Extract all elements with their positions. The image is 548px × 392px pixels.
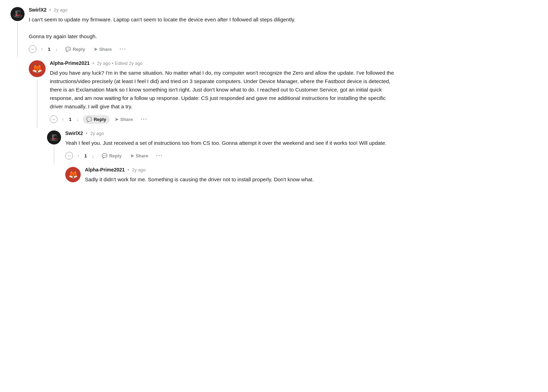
- comment-content-c1: SwirlX2 • 2y ago I can't seem to update …: [29, 7, 396, 58]
- nested-replies-c2: 🎩 SwirlX2 • 2y ago Yeah I feel you. Just…: [47, 130, 396, 191]
- comment-c2: 🦊 Alpha-Prime2021 • 2y ago • Edited 2y a…: [29, 60, 396, 128]
- timestamp-c4: 2y ago: [132, 167, 146, 173]
- comment-header-c4: Alpha-Prime2021 • 2y ago: [85, 167, 396, 173]
- avatar-alpha-c4: 🦊: [65, 167, 81, 182]
- comment-actions-c1: − ↑ 1 ↓ 💬 Reply ➤ Share ···: [29, 44, 396, 54]
- thread-line-c3: [54, 147, 54, 164]
- reply-label-c2: Reply: [94, 117, 106, 122]
- nested-replies-c3: 🦊 Alpha-Prime2021 • 2y ago Sadly it didn…: [65, 167, 396, 191]
- body-para-1-c3: Yeah I feel you. Just received a set of …: [65, 139, 396, 147]
- dots-icon-c2: ···: [141, 116, 147, 122]
- dots-icon-c3: ···: [156, 153, 163, 159]
- collapse-button-c2[interactable]: −: [50, 115, 58, 123]
- avatar-alpha-prime: 🦊: [29, 60, 46, 77]
- share-icon-c2: ➤: [115, 117, 119, 122]
- share-button-c2[interactable]: ➤ Share: [111, 115, 136, 124]
- share-label-c1: Share: [99, 47, 112, 52]
- more-button-c2[interactable]: ···: [138, 114, 150, 124]
- username-c1: SwirlX2: [29, 7, 47, 13]
- reply-label-c1: Reply: [73, 47, 85, 52]
- reply-label-c3: Reply: [109, 153, 121, 158]
- thread-line-c2: [37, 79, 38, 128]
- downvote-button-c3[interactable]: ↓: [89, 151, 97, 160]
- comment-c4: 🦊 Alpha-Prime2021 • 2y ago Sadly it didn…: [65, 167, 396, 191]
- username-c2: Alpha-Prime2021: [50, 60, 90, 66]
- username-c4: Alpha-Prime2021: [85, 167, 125, 173]
- comment-left-c2: 🦊: [29, 60, 46, 128]
- body-para-1-c1: I can't seem to update my firmware. Lapt…: [29, 15, 396, 24]
- share-icon-c3: ➤: [130, 153, 134, 158]
- more-button-c1[interactable]: ···: [117, 44, 129, 54]
- timestamp-c2: 2y ago • Edited 2y ago: [97, 61, 142, 66]
- collapse-icon-c1: −: [31, 46, 34, 52]
- upvote-button-c1[interactable]: ↑: [38, 45, 46, 54]
- collapse-button-c3[interactable]: −: [65, 152, 73, 160]
- avatar-swirlx2: 🎩: [11, 7, 25, 21]
- vote-count-c1: 1: [47, 47, 51, 52]
- share-button-c3[interactable]: ➤ Share: [127, 151, 152, 160]
- collapse-icon-c2: −: [52, 116, 55, 122]
- comment-header-c3: SwirlX2 • 2y ago: [65, 130, 396, 136]
- more-button-c3[interactable]: ···: [153, 151, 166, 161]
- thread-line-c1: [17, 23, 18, 58]
- share-label-c3: Share: [136, 153, 148, 158]
- share-label-c2: Share: [120, 117, 133, 122]
- comment-body-c1: I can't seem to update my firmware. Lapt…: [29, 15, 396, 41]
- sep-c4: •: [128, 167, 129, 173]
- comment-content-c4: Alpha-Prime2021 • 2y ago Sadly it didn't…: [85, 167, 396, 191]
- downvote-icon-c3: ↓: [92, 153, 94, 158]
- reply-icon-c2: 💬: [86, 117, 92, 122]
- comment-header-c1: SwirlX2 • 2y ago: [29, 7, 396, 13]
- dots-icon-c1: ···: [120, 46, 126, 52]
- reply-button-c1[interactable]: 💬 Reply: [62, 45, 88, 54]
- comment-content-c3: SwirlX2 • 2y ago Yeah I feel you. Just r…: [65, 130, 396, 164]
- timestamp-c3: 2y ago: [90, 131, 104, 136]
- sep-c3: •: [86, 131, 88, 136]
- avatar-swirlx2-c3: 🎩: [47, 130, 61, 144]
- comment-c1: 🎩 SwirlX2 • 2y ago I can't seem to updat…: [11, 7, 396, 58]
- reply-icon-c3: 💬: [102, 153, 107, 158]
- downvote-button-c1[interactable]: ↓: [53, 45, 61, 54]
- comment-left-c1: 🎩: [11, 7, 25, 58]
- vote-count-c3: 1: [84, 153, 88, 158]
- comment-header-c2: Alpha-Prime2021 • 2y ago • Edited 2y ago: [50, 60, 396, 66]
- downvote-button-c2[interactable]: ↓: [74, 115, 82, 124]
- reply-button-c3[interactable]: 💬 Reply: [98, 151, 125, 160]
- body-para-1-c2: Did you have any luck? I'm in the same s…: [50, 69, 396, 111]
- vote-count-c2: 1: [68, 117, 72, 122]
- meta-c1: •: [49, 7, 51, 13]
- share-button-c1[interactable]: ➤ Share: [90, 45, 115, 54]
- comment-content-c2: Alpha-Prime2021 • 2y ago • Edited 2y ago…: [50, 60, 396, 128]
- comment-actions-c3: − ↑ 1 ↓ 💬 Reply: [65, 151, 396, 161]
- downvote-icon-c1: ↓: [55, 47, 58, 52]
- upvote-icon-c2: ↑: [62, 117, 64, 122]
- comment-body-c3: Yeah I feel you. Just received a set of …: [65, 139, 396, 147]
- upvote-button-c3[interactable]: ↑: [74, 151, 82, 160]
- body-para-2-c1: Gonna try again later though.: [29, 32, 396, 41]
- collapse-icon-c3: −: [68, 153, 71, 158]
- username-c3: SwirlX2: [65, 130, 83, 136]
- upvote-button-c2[interactable]: ↑: [59, 115, 67, 124]
- comment-body-c4: Sadly it didn't work for me. Something i…: [85, 175, 396, 184]
- comment-thread: 🎩 SwirlX2 • 2y ago I can't seem to updat…: [11, 7, 396, 191]
- upvote-icon-c1: ↑: [41, 47, 43, 52]
- reply-button-c2[interactable]: 💬 Reply: [83, 115, 109, 124]
- sep-c2: •: [93, 61, 94, 66]
- comment-left-c3: 🎩: [47, 130, 61, 164]
- body-para-1-c4: Sadly it didn't work for me. Something i…: [85, 175, 396, 184]
- comment-actions-c2: − ↑ 1 ↓ 💬 Reply ➤ Share: [50, 114, 396, 124]
- upvote-icon-c3: ↑: [77, 153, 80, 158]
- collapse-button-c1[interactable]: −: [29, 45, 36, 53]
- share-icon-c1: ➤: [94, 47, 98, 52]
- comment-left-c4: 🦊: [65, 167, 81, 191]
- comment-body-c2: Did you have any luck? I'm in the same s…: [50, 69, 396, 111]
- timestamp-c1: 2y ago: [54, 7, 67, 13]
- downvote-icon-c2: ↓: [76, 117, 79, 122]
- comment-c3: 🎩 SwirlX2 • 2y ago Yeah I feel you. Just…: [47, 130, 396, 164]
- nested-replies-c1: 🦊 Alpha-Prime2021 • 2y ago • Edited 2y a…: [29, 60, 396, 191]
- reply-icon-c1: 💬: [65, 47, 71, 52]
